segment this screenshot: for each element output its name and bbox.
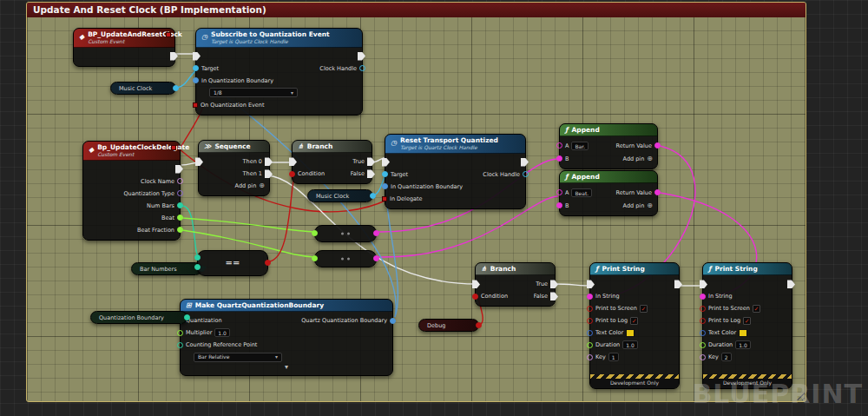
on-quantization-event-pin[interactable] bbox=[193, 102, 198, 108]
duration-pin[interactable] bbox=[700, 342, 706, 348]
expand-node-chevron[interactable]: ▾ bbox=[185, 363, 388, 372]
add-pin-label: Add pin bbox=[623, 202, 645, 209]
exec-in-pin[interactable] bbox=[472, 280, 480, 288]
node-bp-update-and-reset-clock[interactable]: ◆ BP_UpdateAndResetClock Custom Event bbox=[73, 28, 175, 67]
node-print-string-2[interactable]: ƒ Print String In String Print to Screen… bbox=[702, 262, 792, 389]
pin-label: False bbox=[534, 293, 548, 300]
node-equal-operator[interactable]: == bbox=[197, 250, 268, 276]
node-make-quartz-quantization-boundary[interactable]: ⊞ Make QuartzQuantizationBoundary Quanti… bbox=[180, 299, 393, 376]
a-pin[interactable] bbox=[556, 142, 562, 149]
key-pin[interactable] bbox=[587, 354, 593, 360]
counting-reference-point-pin[interactable] bbox=[177, 342, 183, 348]
multiplier-value-field[interactable]: 1.0 bbox=[214, 328, 230, 337]
node-append-2[interactable]: ƒ Append A Beat. Return Value B Add pin … bbox=[559, 170, 658, 216]
a-value-field[interactable]: Beat. bbox=[571, 188, 592, 197]
node-to-string-conversion-2[interactable] bbox=[314, 250, 377, 267]
in-string-pin[interactable] bbox=[700, 294, 706, 300]
in-quantization-boundary-pin[interactable] bbox=[382, 183, 388, 189]
print-to-log-pin[interactable] bbox=[587, 318, 593, 324]
print-to-log-checkbox[interactable]: ✓ bbox=[743, 317, 751, 325]
print-to-screen-checkbox[interactable]: ✓ bbox=[753, 305, 760, 313]
text-color-pin[interactable] bbox=[700, 330, 706, 336]
node-bp-update-clock-delegate[interactable]: ◆ Bp_UpdateClockDelegate Custom Event Cl… bbox=[82, 141, 181, 241]
in-quantization-boundary-pin[interactable] bbox=[193, 77, 199, 83]
a-pin[interactable] bbox=[556, 189, 562, 195]
conv-output-pin[interactable] bbox=[373, 255, 379, 261]
quantization-type-pin[interactable] bbox=[177, 190, 183, 196]
beat-fraction-pin[interactable] bbox=[177, 227, 183, 233]
pin-label: In Quantization Boundary bbox=[391, 183, 463, 190]
node-reset-transport-quantized[interactable]: ◷ Reset Transport Quantized Target is Qu… bbox=[385, 134, 526, 209]
pin-label: Target bbox=[391, 171, 408, 178]
in-delegate-pin[interactable] bbox=[382, 196, 387, 201]
music-clock-output-pin[interactable] bbox=[173, 85, 179, 91]
exec-in-pin[interactable] bbox=[382, 158, 390, 167]
a-value-field[interactable]: Bar. bbox=[571, 142, 589, 150]
add-pin-icon[interactable]: ⊕ bbox=[259, 182, 265, 189]
node-append-1[interactable]: ƒ Append A Bar. Return Value B Add pin ⊕ bbox=[559, 123, 658, 169]
conversion-dots-icon bbox=[315, 233, 376, 235]
key-value-field[interactable]: 1 bbox=[608, 353, 619, 361]
print-to-screen-pin[interactable] bbox=[587, 306, 593, 312]
text-color-swatch[interactable] bbox=[739, 329, 747, 337]
equal-output-pin[interactable] bbox=[265, 260, 271, 266]
pin-label: Clock Handle bbox=[483, 171, 520, 178]
beat-pin[interactable] bbox=[177, 215, 183, 221]
text-color-swatch[interactable] bbox=[626, 329, 635, 337]
conv-output-pin[interactable] bbox=[373, 230, 379, 236]
node-sequence[interactable]: ≫ Sequence Then 0 Then 1 Add pin ⊕ bbox=[198, 140, 270, 196]
quantization-boundary-dropdown[interactable]: 1/8 ▾ bbox=[209, 88, 298, 97]
condition-pin[interactable] bbox=[472, 294, 478, 300]
exec-in-pin[interactable] bbox=[195, 157, 203, 166]
node-subtitle: Target is Quartz Clock Handle bbox=[400, 144, 498, 150]
num-bars-pin[interactable] bbox=[177, 202, 183, 208]
node-branch-1[interactable]: ⋔ Branch True Condition False bbox=[292, 140, 372, 184]
music-clock-output-pin[interactable] bbox=[370, 193, 376, 199]
debug-output-pin[interactable] bbox=[476, 322, 482, 328]
add-pin-icon[interactable]: ⊕ bbox=[647, 202, 653, 209]
duration-value-field[interactable]: 1.0 bbox=[622, 340, 638, 349]
exec-in-pin[interactable] bbox=[700, 280, 707, 288]
clock-handle-pin[interactable] bbox=[523, 171, 529, 177]
in-string-pin[interactable] bbox=[587, 294, 593, 300]
quantization-boundary-output-pin[interactable] bbox=[184, 314, 190, 320]
condition-pin[interactable] bbox=[289, 171, 295, 177]
duration-pin[interactable] bbox=[587, 342, 593, 348]
print-to-screen-checkbox[interactable]: ✓ bbox=[640, 305, 648, 313]
variable-bar-numbers[interactable]: Bar Numbers bbox=[131, 262, 202, 275]
quartz-quantization-boundary-pin[interactable] bbox=[390, 318, 396, 324]
pin-label: Text Color bbox=[595, 329, 623, 336]
exec-in-pin[interactable] bbox=[587, 280, 595, 288]
node-branch-2[interactable]: ⋔ Branch True Condition False bbox=[475, 262, 556, 307]
comment-title[interactable]: Update And Reset Clock (BP Implementatio… bbox=[27, 3, 806, 17]
variable-debug[interactable]: Debug bbox=[418, 319, 479, 332]
multiplier-pin[interactable] bbox=[177, 330, 183, 336]
node-subscribe-to-quantization-event[interactable]: ◷ Subscribe to Quantization Event Target… bbox=[195, 28, 363, 116]
print-to-log-pin[interactable] bbox=[700, 318, 706, 324]
blueprint-canvas[interactable]: Update And Reset Clock (BP Implementatio… bbox=[0, 0, 868, 416]
delegate-output-pin[interactable] bbox=[166, 32, 171, 37]
pin-label: B bbox=[565, 155, 569, 162]
b-pin[interactable] bbox=[556, 202, 562, 208]
b-pin[interactable] bbox=[556, 155, 562, 162]
node-print-string-1[interactable]: ƒ Print String In String Print to Screen… bbox=[589, 262, 680, 389]
exec-in-pin[interactable] bbox=[193, 52, 201, 61]
key-value-field[interactable]: 2 bbox=[721, 353, 732, 361]
duration-value-field[interactable]: 1.0 bbox=[735, 340, 751, 349]
delegate-output-pin[interactable] bbox=[171, 145, 176, 150]
target-pin[interactable] bbox=[193, 65, 199, 71]
target-pin[interactable] bbox=[382, 171, 388, 177]
clock-handle-pin[interactable] bbox=[359, 65, 365, 71]
add-pin-icon[interactable]: ⊕ bbox=[647, 155, 653, 162]
exec-in-pin[interactable] bbox=[289, 157, 297, 166]
node-to-string-conversion-1[interactable] bbox=[314, 225, 377, 242]
print-to-log-checkbox[interactable]: ✓ bbox=[630, 317, 638, 325]
variable-music-clock-2[interactable]: Music Clock bbox=[307, 189, 373, 202]
variable-music-clock[interactable]: Music Clock bbox=[110, 82, 176, 95]
print-to-screen-pin[interactable] bbox=[700, 306, 706, 312]
variable-quantization-boundary[interactable]: Quantization Boundary bbox=[90, 311, 187, 324]
key-pin[interactable] bbox=[700, 354, 706, 360]
clock-name-pin[interactable] bbox=[177, 178, 183, 184]
text-color-pin[interactable] bbox=[587, 330, 593, 336]
counting-reference-point-dropdown[interactable]: Bar Relative ▾ bbox=[194, 353, 282, 362]
